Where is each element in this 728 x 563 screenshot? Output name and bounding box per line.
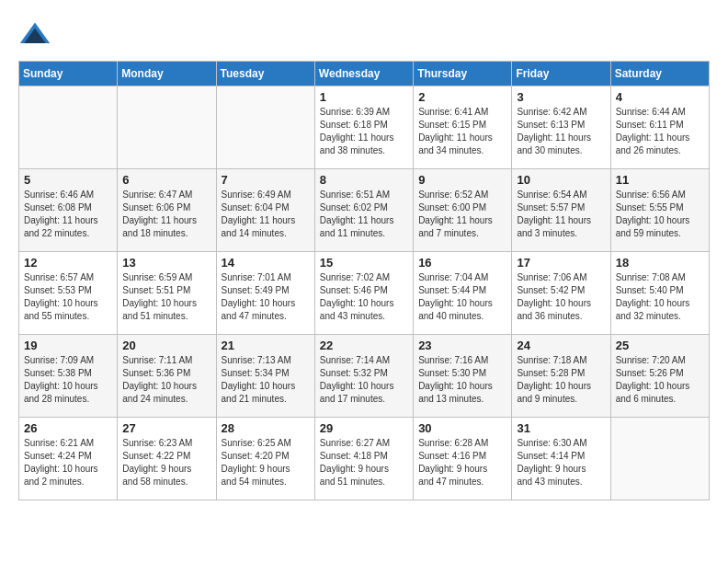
calendar-cell: 10Sunrise: 6:54 AM Sunset: 5:57 PM Dayli… [512, 169, 610, 252]
day-number: 8 [320, 173, 408, 187]
day-number: 26 [24, 421, 112, 435]
day-info: Sunrise: 6:39 AM Sunset: 6:18 PM Dayligh… [320, 106, 408, 157]
day-number: 23 [418, 339, 506, 352]
day-number: 13 [122, 256, 210, 270]
day-info: Sunrise: 7:14 AM Sunset: 5:32 PM Dayligh… [320, 354, 408, 406]
day-number: 18 [616, 256, 704, 270]
day-number: 20 [122, 339, 210, 352]
calendar-cell: 23Sunrise: 7:16 AM Sunset: 5:30 PM Dayli… [414, 335, 512, 418]
day-info: Sunrise: 6:27 AM Sunset: 4:18 PM Dayligh… [320, 437, 408, 488]
day-number: 19 [24, 339, 112, 352]
calendar-cell [216, 86, 314, 169]
calendar-cell: 9Sunrise: 6:52 AM Sunset: 6:00 PM Daylig… [414, 169, 512, 252]
day-number: 24 [517, 339, 605, 352]
calendar-cell: 29Sunrise: 6:27 AM Sunset: 4:18 PM Dayli… [314, 418, 413, 500]
calendar-table: SundayMondayTuesdayWednesdayThursdayFrid… [18, 61, 710, 500]
calendar-week-3: 12Sunrise: 6:57 AM Sunset: 5:53 PM Dayli… [19, 252, 710, 335]
day-number: 1 [320, 90, 408, 104]
calendar-cell: 22Sunrise: 7:14 AM Sunset: 5:32 PM Dayli… [314, 335, 413, 418]
day-number: 29 [320, 421, 408, 435]
day-number: 3 [517, 90, 605, 104]
day-of-week-tuesday: Tuesday [216, 62, 314, 86]
calendar-cell: 1Sunrise: 6:39 AM Sunset: 6:18 PM Daylig… [314, 86, 413, 169]
day-number: 14 [222, 256, 310, 270]
calendar-cell [610, 418, 709, 500]
calendar-week-2: 5Sunrise: 6:46 AM Sunset: 6:08 PM Daylig… [19, 169, 710, 252]
day-info: Sunrise: 6:49 AM Sunset: 6:04 PM Dayligh… [222, 189, 310, 240]
calendar-cell: 6Sunrise: 6:47 AM Sunset: 6:06 PM Daylig… [118, 169, 216, 252]
day-info: Sunrise: 7:02 AM Sunset: 5:46 PM Dayligh… [320, 271, 408, 323]
calendar-cell: 4Sunrise: 6:44 AM Sunset: 6:11 PM Daylig… [610, 86, 709, 169]
day-of-week-friday: Friday [512, 62, 610, 86]
day-number: 21 [222, 339, 310, 352]
calendar-week-5: 26Sunrise: 6:21 AM Sunset: 4:24 PM Dayli… [19, 418, 710, 500]
day-info: Sunrise: 7:01 AM Sunset: 5:49 PM Dayligh… [222, 271, 310, 323]
day-number: 9 [418, 173, 506, 187]
day-number: 11 [616, 173, 704, 187]
day-of-week-sunday: Sunday [19, 62, 118, 86]
day-info: Sunrise: 7:16 AM Sunset: 5:30 PM Dayligh… [418, 354, 506, 406]
calendar-cell: 26Sunrise: 6:21 AM Sunset: 4:24 PM Dayli… [19, 418, 118, 500]
calendar-week-1: 1Sunrise: 6:39 AM Sunset: 6:18 PM Daylig… [19, 86, 710, 169]
day-info: Sunrise: 6:47 AM Sunset: 6:06 PM Dayligh… [122, 189, 210, 240]
day-info: Sunrise: 7:13 AM Sunset: 5:34 PM Dayligh… [222, 354, 310, 406]
calendar-cell: 16Sunrise: 7:04 AM Sunset: 5:44 PM Dayli… [414, 252, 512, 335]
day-info: Sunrise: 6:42 AM Sunset: 6:13 PM Dayligh… [517, 106, 605, 157]
day-of-week-wednesday: Wednesday [314, 62, 413, 86]
calendar-cell: 19Sunrise: 7:09 AM Sunset: 5:38 PM Dayli… [19, 335, 118, 418]
calendar-cell: 5Sunrise: 6:46 AM Sunset: 6:08 PM Daylig… [19, 169, 118, 252]
calendar-cell: 3Sunrise: 6:42 AM Sunset: 6:13 PM Daylig… [512, 86, 610, 169]
day-number: 15 [320, 256, 408, 270]
day-number: 2 [418, 90, 506, 104]
day-number: 16 [418, 256, 506, 270]
day-number: 10 [517, 173, 605, 187]
day-info: Sunrise: 6:56 AM Sunset: 5:55 PM Dayligh… [616, 189, 704, 240]
day-number: 27 [122, 421, 210, 435]
logo-icon [18, 18, 51, 52]
calendar-cell: 24Sunrise: 7:18 AM Sunset: 5:28 PM Dayli… [512, 335, 610, 418]
day-info: Sunrise: 6:54 AM Sunset: 5:57 PM Dayligh… [517, 189, 605, 240]
day-info: Sunrise: 6:44 AM Sunset: 6:11 PM Dayligh… [616, 106, 704, 157]
day-number: 30 [418, 421, 506, 435]
calendar-cell: 8Sunrise: 6:51 AM Sunset: 6:02 PM Daylig… [314, 169, 413, 252]
day-info: Sunrise: 6:41 AM Sunset: 6:15 PM Dayligh… [418, 106, 506, 157]
calendar-cell: 15Sunrise: 7:02 AM Sunset: 5:46 PM Dayli… [314, 252, 413, 335]
day-number: 17 [517, 256, 605, 270]
day-number: 25 [616, 339, 704, 352]
calendar-cell: 13Sunrise: 6:59 AM Sunset: 5:51 PM Dayli… [118, 252, 216, 335]
day-info: Sunrise: 6:59 AM Sunset: 5:51 PM Dayligh… [122, 271, 210, 323]
day-info: Sunrise: 7:06 AM Sunset: 5:42 PM Dayligh… [517, 271, 605, 323]
calendar-cell: 27Sunrise: 6:23 AM Sunset: 4:22 PM Dayli… [118, 418, 216, 500]
day-number: 28 [222, 421, 310, 435]
day-number: 22 [320, 339, 408, 352]
calendar-cell: 25Sunrise: 7:20 AM Sunset: 5:26 PM Dayli… [610, 335, 709, 418]
calendar-cell: 30Sunrise: 6:28 AM Sunset: 4:16 PM Dayli… [414, 418, 512, 500]
calendar-cell: 31Sunrise: 6:30 AM Sunset: 4:14 PM Dayli… [512, 418, 610, 500]
day-info: Sunrise: 6:30 AM Sunset: 4:14 PM Dayligh… [517, 437, 605, 488]
day-number: 6 [122, 173, 210, 187]
calendar-cell [118, 86, 216, 169]
calendar-cell: 17Sunrise: 7:06 AM Sunset: 5:42 PM Dayli… [512, 252, 610, 335]
day-number: 7 [222, 173, 310, 187]
calendar-cell: 21Sunrise: 7:13 AM Sunset: 5:34 PM Dayli… [216, 335, 314, 418]
day-info: Sunrise: 7:09 AM Sunset: 5:38 PM Dayligh… [24, 354, 112, 406]
day-number: 12 [24, 256, 112, 270]
day-info: Sunrise: 7:20 AM Sunset: 5:26 PM Dayligh… [616, 354, 704, 406]
day-info: Sunrise: 6:57 AM Sunset: 5:53 PM Dayligh… [24, 271, 112, 323]
calendar-cell: 7Sunrise: 6:49 AM Sunset: 6:04 PM Daylig… [216, 169, 314, 252]
day-number: 31 [517, 421, 605, 435]
calendar-cell: 14Sunrise: 7:01 AM Sunset: 5:49 PM Dayli… [216, 252, 314, 335]
calendar-week-4: 19Sunrise: 7:09 AM Sunset: 5:38 PM Dayli… [19, 335, 710, 418]
day-info: Sunrise: 6:46 AM Sunset: 6:08 PM Dayligh… [24, 189, 112, 240]
day-number: 5 [24, 173, 112, 187]
calendar-cell [19, 86, 118, 169]
day-info: Sunrise: 7:11 AM Sunset: 5:36 PM Dayligh… [122, 354, 210, 406]
calendar-cell: 28Sunrise: 6:25 AM Sunset: 4:20 PM Dayli… [216, 418, 314, 500]
day-of-week-monday: Monday [118, 62, 216, 86]
day-info: Sunrise: 6:23 AM Sunset: 4:22 PM Dayligh… [122, 437, 210, 488]
day-number: 4 [616, 90, 704, 104]
calendar-cell: 18Sunrise: 7:08 AM Sunset: 5:40 PM Dayli… [610, 252, 709, 335]
calendar-cell: 12Sunrise: 6:57 AM Sunset: 5:53 PM Dayli… [19, 252, 118, 335]
day-info: Sunrise: 6:52 AM Sunset: 6:00 PM Dayligh… [418, 189, 506, 240]
calendar-cell: 11Sunrise: 6:56 AM Sunset: 5:55 PM Dayli… [610, 169, 709, 252]
